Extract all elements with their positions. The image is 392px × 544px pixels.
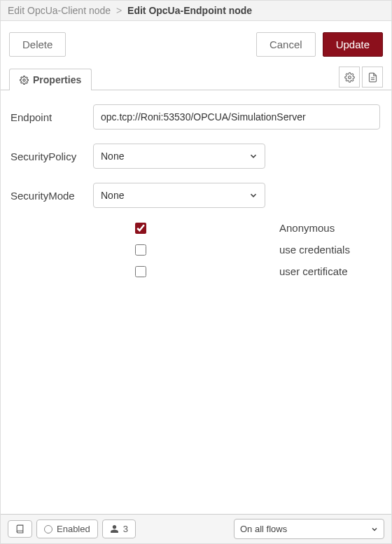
gear-icon (20, 76, 29, 85)
breadcrumb-prev[interactable]: Edit OpcUa-Client node (8, 5, 111, 16)
scope-select[interactable]: On all flows (234, 519, 384, 539)
endpoint-label: Endpoint (10, 111, 93, 123)
tab-properties[interactable]: Properties (9, 69, 92, 90)
tab-bar: Properties (1, 67, 391, 90)
user-icon (110, 524, 119, 533)
tab-label: Properties (33, 74, 81, 85)
use-credentials-checkbox[interactable] (135, 244, 146, 256)
settings-aux-button[interactable] (339, 67, 360, 88)
footer-bar: Enabled 3 On all flows (1, 514, 391, 543)
svg-point-0 (23, 78, 25, 81)
circle-icon (44, 525, 52, 533)
book-icon (15, 524, 24, 533)
anonymous-label: Anonymous (279, 222, 335, 234)
breadcrumb-separator: > (113, 5, 125, 16)
cancel-button[interactable]: Cancel (256, 32, 316, 57)
update-button[interactable]: Update (323, 32, 383, 57)
docs-button[interactable] (8, 520, 32, 538)
breadcrumb-current: Edit OpcUa-Endpoint node (127, 5, 252, 16)
security-policy-label: SecurityPolicy (10, 151, 93, 162)
action-bar: Delete Cancel Update (1, 21, 391, 67)
security-mode-select[interactable]: None (93, 183, 265, 208)
user-certificate-checkbox[interactable] (135, 266, 146, 277)
gear-icon (344, 72, 355, 83)
user-certificate-label: user certificate (279, 265, 348, 277)
users-indicator[interactable]: 3 (102, 519, 136, 538)
breadcrumb: Edit OpcUa-Client node > Edit OpcUa-Endp… (1, 1, 391, 21)
delete-button[interactable]: Delete (9, 32, 66, 57)
enabled-label: Enabled (57, 524, 90, 534)
description-aux-button[interactable] (362, 67, 383, 88)
enabled-toggle[interactable]: Enabled (36, 519, 98, 538)
endpoint-field[interactable] (93, 104, 380, 130)
use-credentials-label: use credentials (279, 244, 350, 256)
security-policy-select[interactable]: None (93, 144, 265, 169)
anonymous-checkbox[interactable] (135, 223, 146, 234)
svg-point-1 (348, 76, 351, 78)
user-count: 3 (123, 524, 128, 534)
security-mode-label: SecurityMode (10, 190, 93, 202)
form-panel: Endpoint SecurityPolicy None SecurityMod… (1, 90, 391, 514)
file-icon (368, 72, 378, 83)
